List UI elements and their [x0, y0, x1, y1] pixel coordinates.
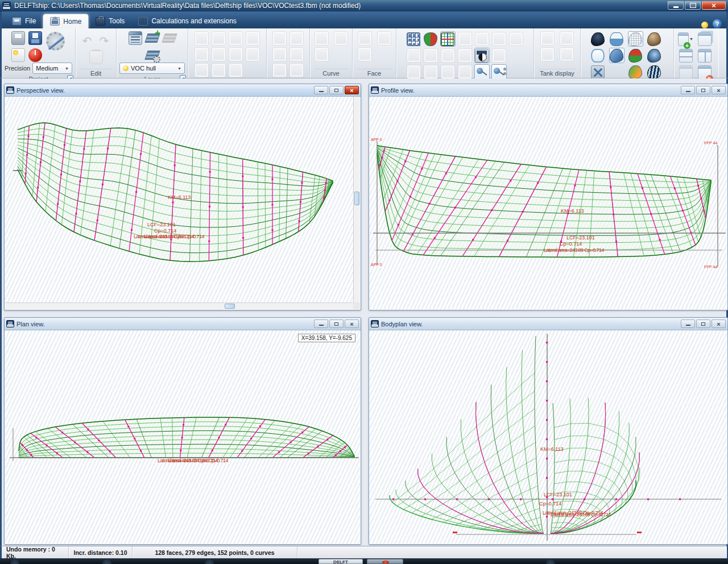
perspective-window-titlebar[interactable]: Perspective view.	[5, 84, 361, 97]
precision-select[interactable]: Medium ▼	[32, 63, 72, 74]
taskbar-icon[interactable]	[205, 559, 214, 564]
perspective-view-button[interactable]	[609, 48, 624, 63]
new-layer-button[interactable]	[144, 30, 160, 45]
restore-button[interactable]	[329, 320, 344, 328]
cascade-button[interactable]	[697, 31, 712, 47]
tab-home[interactable]: Home	[43, 14, 89, 28]
delete-empty-layers-icon	[163, 31, 176, 45]
shaded-icon	[647, 32, 661, 46]
normals-icon	[441, 48, 455, 63]
flowlines-icon	[492, 48, 506, 63]
gauss-curvature-button[interactable]	[628, 64, 643, 80]
pin-model-button[interactable]	[474, 64, 490, 80]
control-net-button[interactable]	[406, 31, 421, 47]
collapse-edge-icon	[272, 47, 287, 61]
profile-view-button[interactable]	[609, 31, 624, 47]
taskbar-delftship-button[interactable]: DELFT	[318, 559, 363, 564]
tab-calculations[interactable]: Calculations and extensions	[131, 14, 243, 28]
print-button[interactable]	[11, 30, 26, 45]
plan-canvas[interactable]: X=39.158, Y=-9.625 Lateral area=243.89 C…	[5, 330, 360, 544]
taskbar-icon[interactable]	[102, 559, 111, 564]
developability-icon	[628, 49, 642, 63]
grid-button[interactable]	[440, 31, 456, 47]
close-button[interactable]	[702, 1, 726, 10]
ribbon-group-view: View	[581, 28, 674, 78]
bodyplan-view-button[interactable]	[590, 31, 606, 47]
bodyplan-canvas[interactable]: KM=6.113 LCF=23.101 Cp=0.714 Lateral are…	[370, 330, 727, 544]
close-button[interactable]	[712, 86, 726, 94]
new-project-button[interactable]	[11, 47, 26, 63]
taskbar-icon[interactable]	[546, 559, 555, 564]
tile-horizontal-button[interactable]	[678, 48, 693, 63]
tab-tools[interactable]: Tools	[89, 14, 131, 28]
file-icon	[12, 17, 22, 26]
active-layer-select[interactable]: VOC hull ▼	[119, 63, 185, 74]
restore-button[interactable]	[329, 86, 344, 94]
profile-canvas[interactable]: APP 0 APP 0 FPP 44 FPP 44 KM=6.113 LCF=2…	[370, 97, 727, 309]
crease-edge-icon	[272, 63, 287, 77]
zebra-shading-button[interactable]	[647, 64, 662, 80]
lateral-area-annotation: Lateral area=243.89 Cp=0.714	[544, 247, 604, 253]
grid-icon	[441, 32, 454, 46]
minimize-button[interactable]	[681, 86, 695, 94]
tab-file[interactable]: File	[5, 14, 43, 28]
plan-view-button[interactable]	[590, 48, 606, 63]
developability-button[interactable]	[628, 48, 643, 63]
close-button[interactable]	[345, 320, 359, 328]
taskbar-app-button[interactable]	[367, 559, 403, 564]
horizontal-scrollbar[interactable]	[5, 302, 353, 309]
new-window-button[interactable]: ▼	[678, 31, 693, 47]
baseline-end-marker	[637, 532, 642, 533]
new-face-icon	[358, 31, 372, 45]
maximize-button[interactable]	[685, 1, 701, 10]
zoom-extents-button[interactable]	[590, 64, 606, 80]
vertical-scrollbar[interactable]	[353, 97, 360, 302]
close-button[interactable]	[345, 86, 359, 94]
perspective-canvas[interactable]: KM=6.113 LCF=23.101 Cp=0.714 Lateral are…	[5, 97, 360, 309]
shaded-button[interactable]	[647, 31, 662, 47]
tile-vertical-button[interactable]	[697, 48, 712, 63]
delftship-logo-icon	[371, 320, 379, 327]
plan-window-titlebar[interactable]: Plan view.	[5, 318, 361, 330]
scrollbar-thumb[interactable]	[354, 192, 359, 205]
ribbon: Precision Medium ▼ Project Edit	[0, 28, 728, 78]
workspace: Perspective view. KM=6.113 LCF=23.101 Cp…	[0, 78, 728, 546]
close-button[interactable]	[712, 320, 726, 328]
exit-button[interactable]	[28, 47, 43, 63]
close-window-button[interactable]	[697, 64, 712, 80]
tanks-icon	[540, 31, 555, 45]
save-button[interactable]	[28, 30, 43, 45]
active-layer-value: VOC hull	[131, 65, 156, 72]
layer-properties-button[interactable]	[144, 47, 160, 63]
minimize-button[interactable]	[314, 86, 328, 94]
app-marker: APP 0	[371, 263, 382, 267]
fair-curve-icon	[334, 31, 348, 45]
bodyplan-window-titlebar[interactable]: Bodyplan view.	[369, 318, 727, 330]
hydrostatic-features-button[interactable]	[474, 48, 490, 63]
lcf-annotation: LCF=23.101	[544, 492, 572, 497]
layer-manager-button[interactable]	[127, 30, 143, 45]
minimize-button[interactable]	[681, 320, 695, 328]
ribbon-group-point: Point	[188, 28, 267, 78]
grid-plane-icon	[407, 65, 421, 79]
restore-button[interactable]	[696, 86, 710, 94]
scrollbar-thumb[interactable]	[225, 304, 235, 309]
sounding-icon	[560, 47, 574, 61]
settings-button[interactable]	[45, 30, 67, 52]
taskbar-icon[interactable]	[10, 559, 19, 564]
status-empty	[297, 546, 726, 558]
windows-taskbar[interactable]: DELFT	[0, 558, 728, 564]
environment-map-button[interactable]	[647, 48, 662, 63]
extrude-edge-icon	[272, 31, 287, 45]
both-sides-button[interactable]	[423, 31, 439, 47]
minimize-button[interactable]	[668, 1, 684, 10]
app-titlebar[interactable]: DELFTship: C:\Users\Thomas\Documents\Vir…	[0, 0, 728, 11]
help-button[interactable]: ?	[713, 19, 722, 28]
tile-horizontal-icon	[679, 49, 693, 63]
restore-button[interactable]	[696, 320, 710, 328]
wireframe-button[interactable]	[628, 31, 643, 47]
pin-stations-button[interactable]	[491, 64, 507, 80]
minimize-button[interactable]	[314, 320, 328, 328]
spread-points-icon	[246, 31, 260, 45]
profile-window-titlebar[interactable]: Profile view.	[369, 84, 727, 97]
